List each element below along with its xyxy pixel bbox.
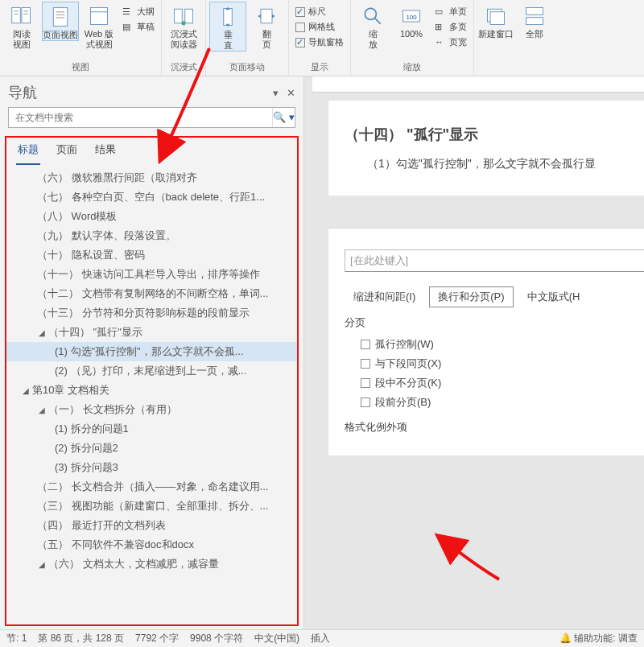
svg-line-18 — [375, 19, 381, 24]
tree-item[interactable]: （九） 默认字体、段落设置。 — [6, 226, 297, 245]
keep-next-checkbox[interactable]: 与下段同页(X) — [345, 354, 644, 373]
tree-item[interactable]: ◢（十四） "孤行"显示 — [6, 323, 297, 342]
status-section[interactable]: 节: 1 — [6, 632, 27, 645]
svg-point-17 — [365, 8, 376, 19]
tab-indent[interactable]: 缩进和间距(I) — [345, 286, 424, 307]
svg-rect-0 — [12, 8, 21, 23]
tree-item[interactable]: (3) 拆分问题3 — [6, 458, 297, 477]
nav-header: 导航 ▾ ✕ — [0, 76, 303, 107]
web-view-button[interactable]: Web 版式视图 — [80, 2, 118, 50]
magnifier-icon — [361, 5, 384, 27]
document-page[interactable]: （十四） "孤行"显示 （1）勾选"孤行控制"，那么文字就不会孤行显 — [328, 101, 644, 196]
widow-control-checkbox[interactable]: 孤行控制(W) — [345, 335, 644, 354]
search-box[interactable]: 🔍 ▾ — [8, 107, 295, 128]
draft-button[interactable]: ▤草稿 — [119, 20, 158, 34]
nav-close-icon[interactable]: ✕ — [287, 87, 295, 99]
read-view-button[interactable]: 阅读视图 — [3, 2, 40, 50]
chevron-down-icon: ◢ — [37, 406, 47, 414]
ribbon-group-zoom: 缩放 100 100% ▭单页 ⊞多页 ↔页宽 缩放 — [351, 0, 474, 76]
ribbon-group-immersive: 沉浸式阅读器 沉浸式 — [162, 0, 206, 76]
single-page-button[interactable]: ▭单页 — [431, 5, 470, 19]
arrange-icon — [523, 5, 546, 27]
tree-item[interactable]: ◢（一） 长文档拆分（有用） — [6, 400, 297, 419]
status-accessibility[interactable]: 🔔 辅助功能: 调查 — [559, 632, 638, 645]
ribbon: 阅读视图 页面视图 Web 版式视图 ☰大纲 ▤草稿 视图 沉浸式阅读器 沉浸式 — [0, 0, 644, 76]
type-here-placeholder[interactable]: [在此处键入] — [345, 249, 644, 272]
tree-item[interactable]: （十一） 快速访问工具栏导入导出，排序等操作 — [6, 265, 297, 284]
page-view-button[interactable]: 页面视图 — [42, 2, 79, 41]
ruler[interactable] — [312, 76, 644, 93]
svg-rect-6 — [53, 8, 68, 27]
tree-item[interactable]: （四） 最近打开的文档列表 — [6, 516, 297, 535]
reader-icon — [172, 5, 195, 27]
tree-item[interactable]: （五） 不同软件不兼容doc和docx — [6, 535, 297, 554]
group-label-views: 视图 — [72, 60, 89, 76]
document-area: （十四） "孤行"显示 （1）勾选"孤行控制"，那么文字就不会孤行显 [在此处键… — [304, 76, 644, 629]
search-input[interactable] — [9, 112, 272, 123]
outline-button[interactable]: ☰大纲 — [119, 5, 158, 19]
flip-button[interactable]: 翻页 — [248, 2, 285, 50]
tree-item[interactable]: (2) （见）打印，末尾缩进到上一页，减... — [6, 361, 297, 381]
status-page[interactable]: 第 86 页，共 128 页 — [38, 632, 124, 645]
dialog-section-label: 分页 — [345, 315, 644, 330]
ribbon-group-window: 新建窗口 全部 — [474, 0, 556, 76]
tab-results[interactable]: 结果 — [93, 138, 118, 165]
svg-rect-15 — [224, 9, 233, 26]
tab-chinese[interactable]: 中文版式(H — [518, 286, 589, 307]
tree-item[interactable]: （十二） 文档带有复制网络的不间断空格，单词... — [6, 284, 297, 303]
search-icon[interactable]: 🔍 ▾ — [272, 108, 295, 127]
multi-page-button[interactable]: ⊞多页 — [431, 20, 470, 34]
document-page-2[interactable]: [在此处键入] 缩进和间距(I) 换行和分页(P) 中文版式(H 分页 孤行控制… — [328, 228, 644, 455]
headings-tree: （六） 微软雅黑行间距（取消对齐 （七） 各种空白页、空白（back delet… — [6, 165, 297, 577]
window-icon — [485, 5, 507, 27]
svg-rect-22 — [490, 12, 505, 25]
tree-item[interactable]: （六） 微软雅黑行间距（取消对齐 — [6, 168, 297, 188]
page-break-checkbox[interactable]: 段前分页(B) — [345, 393, 644, 412]
zoom-label: 缩放 — [369, 29, 378, 50]
tab-headings[interactable]: 标题 — [16, 138, 40, 165]
tab-pages[interactable]: 页面 — [55, 138, 79, 165]
doc-paragraph: （1）勾选"孤行控制"，那么文字就不会孤行显 — [345, 157, 644, 171]
keep-lines-checkbox[interactable]: 段中不分页(K) — [345, 373, 644, 393]
vertical-button[interactable]: 垂直 — [209, 2, 246, 52]
new-window-button[interactable]: 新建窗口 — [477, 2, 514, 39]
status-lang[interactable]: 中文(中国) — [254, 632, 299, 645]
group-label-show: 显示 — [311, 60, 328, 76]
navpane-checkbox[interactable]: 导航窗格 — [292, 35, 347, 49]
flip-icon — [255, 5, 278, 27]
tree-item[interactable]: （三） 视图功能（新建窗口、全部重排、拆分、... — [6, 497, 297, 516]
tab-linebreak[interactable]: 换行和分页(P) — [429, 286, 513, 307]
status-insert[interactable]: 插入 — [311, 632, 330, 645]
tree-item[interactable]: （七） 各种空白页、空白（back delete、行距1... — [6, 188, 297, 207]
immersive-reader-button[interactable]: 沉浸式阅读器 — [165, 2, 202, 50]
nav-title: 导航 — [8, 83, 37, 102]
all-label: 全部 — [526, 29, 543, 39]
all-windows-button[interactable]: 全部 — [516, 2, 553, 39]
zoom-button[interactable]: 缩放 — [354, 2, 391, 50]
tree-item[interactable]: （十） 隐私设置、密码 — [6, 245, 297, 265]
tree-item[interactable]: (2) 拆分问题2 — [6, 439, 297, 458]
tree-item[interactable]: （十三） 分节符和分页符影响标题的段前显示 — [6, 303, 297, 323]
tree-item[interactable]: ◢第10章 文档相关 — [6, 381, 297, 400]
tree-item[interactable]: (1) 拆分的问题1 — [6, 419, 297, 439]
paragraph-dialog-tabs: 缩进和间距(I) 换行和分页(P) 中文版式(H — [345, 286, 644, 307]
tree-item[interactable]: ◢（六） 文档太大，文档减肥，减容量 — [6, 554, 297, 574]
hundred-button[interactable]: 100 100% — [393, 2, 430, 39]
immersive-label: 沉浸式阅读器 — [171, 29, 197, 50]
web-view-label: Web 版式视图 — [80, 29, 118, 50]
tree-item[interactable]: （二） 长文档合并（插入——对象，命名建议用... — [6, 477, 297, 497]
status-words[interactable]: 7792 个字 — [135, 632, 179, 645]
dialog-exceptions-label: 格式化例外项 — [345, 420, 644, 435]
page-width-button[interactable]: ↔页宽 — [431, 35, 470, 49]
tree-item[interactable]: （八） Word模板 — [6, 207, 297, 226]
chevron-down-icon: ◢ — [37, 560, 47, 569]
annotation-red-box: 标题 页面 结果 （六） 微软雅黑行间距（取消对齐 （七） 各种空白页、空白（b… — [5, 136, 299, 626]
ruler-checkbox[interactable]: 标尺 — [292, 5, 347, 19]
vertical-label: 垂直 — [224, 30, 233, 51]
svg-rect-13 — [185, 9, 193, 23]
svg-rect-10 — [91, 8, 108, 25]
grid-checkbox[interactable]: 网格线 — [292, 20, 347, 34]
nav-dropdown-icon[interactable]: ▾ — [273, 87, 279, 99]
tree-item-selected[interactable]: (1) 勾选"孤行控制"，那么文字就不会孤... — [6, 342, 297, 361]
status-chars[interactable]: 9908 个字符 — [190, 632, 243, 645]
